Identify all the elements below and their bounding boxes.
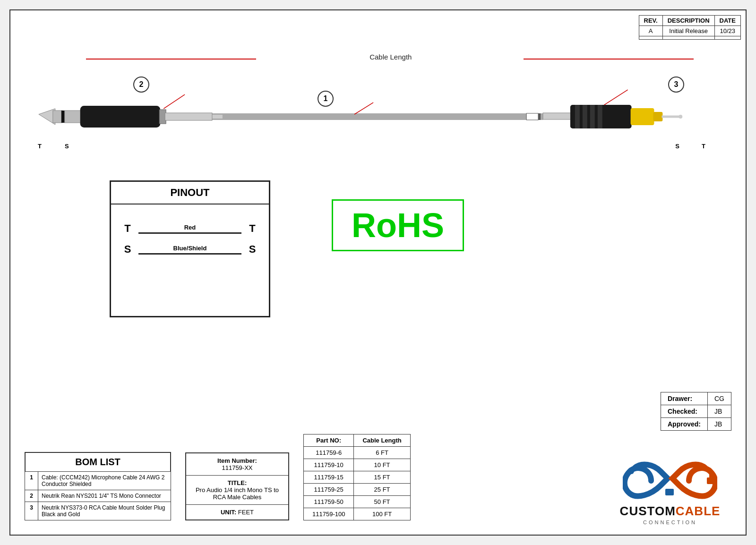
cable-length-label: Cable Length [369, 53, 412, 61]
approved-label: Approved: [661, 418, 708, 431]
svg-rect-7 [80, 106, 161, 128]
table-row: 1 Cable: (CCCM242) Microphone Cable 24 A… [25, 472, 171, 490]
logo-text: CUSTOMCABLE [609, 504, 731, 519]
svg-rect-27 [709, 475, 711, 478]
pinout-body: T Red T S Blue/Shield S [111, 204, 269, 273]
svg-rect-14 [575, 105, 580, 128]
length-3: 25 FT [354, 484, 410, 496]
rev-value: A [639, 26, 662, 36]
pinout-wire-label-blue: Blue/Shield [173, 245, 207, 252]
checked-label: Checked: [661, 405, 708, 418]
cable-length-header: Cable Length [354, 434, 410, 447]
bom-section: BOM LIST 1 Cable: (CCCM242) Microphone C… [25, 452, 171, 520]
svg-rect-15 [583, 105, 587, 128]
date-value: 10/23 [714, 26, 740, 36]
part-3: 111759-25 [304, 484, 354, 496]
bom-desc-1: Cable: (CCCM242) Microphone Cable 24 AWG… [38, 472, 171, 490]
drawer-label: Drawer: [661, 392, 708, 405]
bom-num-2: 2 [25, 490, 38, 502]
part-1: 111759-10 [304, 459, 354, 471]
table-row: 111759-100 100 FT [304, 508, 411, 520]
desc-header: DESCRIPTION [662, 16, 714, 26]
part-2: 111759-15 [304, 471, 354, 484]
table-row: 111759-10 10 FT [304, 459, 411, 471]
callout-3: 3 [668, 77, 684, 93]
svg-rect-28 [712, 475, 714, 478]
callout-2: 2 [133, 77, 149, 93]
pinout-right-s: S [245, 243, 259, 255]
bom-num-3: 3 [25, 502, 38, 520]
bom-desc-2: Neutrik Rean NYS201 1/4" TS Mono Connect… [38, 490, 171, 502]
pinout-row-t: T Red T [120, 222, 259, 235]
pinout-wire-red: Red [138, 224, 241, 234]
pinout-left-t: T [120, 222, 135, 235]
bom-title: BOM LIST [25, 452, 171, 471]
part-no-header: Part NO: [304, 434, 354, 447]
table-row: 111759-6 6 FT [304, 447, 411, 459]
pinout-line-blue [138, 253, 241, 255]
length-0: 6 FT [354, 447, 410, 459]
item-title-row: TITLE: Pro Audio 1/4 inch Mono TS to RCA… [186, 476, 288, 505]
callout-1: 1 [318, 91, 334, 107]
svg-rect-12 [543, 113, 571, 119]
checked-value: JB [708, 405, 731, 418]
pinout-row-s: S Blue/Shield S [120, 243, 259, 255]
bom-table: 1 Cable: (CCCM242) Microphone Cable 24 A… [25, 471, 171, 520]
label-t-right: T [702, 143, 705, 150]
cable-svg [25, 62, 731, 166]
item-box: Item Number: 111759-XX TITLE: Pro Audio … [185, 452, 289, 520]
svg-rect-17 [598, 105, 602, 128]
table-row: 111759-50 50 FT [304, 496, 411, 508]
svg-rect-19 [653, 112, 662, 121]
table-row: 111759-15 15 FT [304, 471, 411, 484]
part-table: Part NO: Cable Length 111759-6 6 FT 1117… [303, 434, 411, 520]
svg-rect-10 [526, 113, 538, 120]
revision-table: REV. DESCRIPTION DATE A Initial Release … [639, 15, 741, 40]
rohs-text: RoHS [352, 206, 444, 245]
desc-value: Initial Release [662, 26, 714, 36]
logo-icon [623, 460, 717, 502]
svg-line-24 [604, 90, 628, 105]
svg-rect-29 [665, 489, 674, 495]
item-unit-value: FEET [238, 509, 254, 516]
label-s-right: S [675, 143, 679, 150]
pinout-line-red [138, 232, 241, 234]
rohs-box: RoHS [332, 199, 464, 251]
rev-header: REV. [639, 16, 662, 26]
item-title-value: Pro Audio 1/4 inch Mono TS to RCA Male C… [190, 486, 284, 501]
svg-rect-11 [538, 113, 541, 120]
svg-rect-26 [707, 477, 715, 484]
item-unit-label: UNIT: [221, 509, 236, 516]
logo-cable: CABLE [676, 504, 721, 518]
svg-point-21 [679, 115, 682, 119]
bom-desc-3: Neutrik NYS373-0 RCA Cable Mount Solder … [38, 502, 171, 520]
label-t-left: T [38, 143, 42, 150]
svg-rect-6 [65, 111, 81, 123]
pinout-wire-label-red: Red [184, 224, 196, 231]
logo-custom: CUSTOM [620, 504, 676, 518]
pinout-title: PINOUT [111, 182, 269, 204]
pinout-left-s: S [120, 243, 135, 255]
item-title-label: TITLE: [190, 479, 284, 486]
label-s-left: S [65, 143, 69, 150]
dim-line-right [524, 59, 694, 60]
length-4: 50 FT [354, 496, 410, 508]
part-4: 111759-50 [304, 496, 354, 508]
length-2: 15 FT [354, 471, 410, 484]
svg-line-22 [163, 94, 185, 109]
svg-point-25 [628, 468, 634, 474]
pinout-wire-blue: Blue/Shield [138, 245, 241, 255]
pinout-box: PINOUT T Red T S Blue/Shield S [110, 180, 270, 317]
svg-rect-18 [631, 108, 654, 125]
approved-value: JB [708, 418, 731, 431]
length-1: 10 FT [354, 459, 410, 471]
logo-sub: CONNECTION [609, 519, 731, 525]
pinout-right-t: T [245, 222, 259, 235]
item-unit-row: UNIT: FEET [186, 505, 288, 519]
length-5: 100 FT [354, 508, 410, 520]
item-number-value: 111759-XX [190, 464, 284, 471]
svg-rect-9 [165, 113, 212, 120]
svg-rect-4 [53, 111, 62, 123]
info-table: Drawer: CG Checked: JB Approved: JB [661, 392, 731, 431]
item-number-row: Item Number: 111759-XX [186, 453, 288, 476]
